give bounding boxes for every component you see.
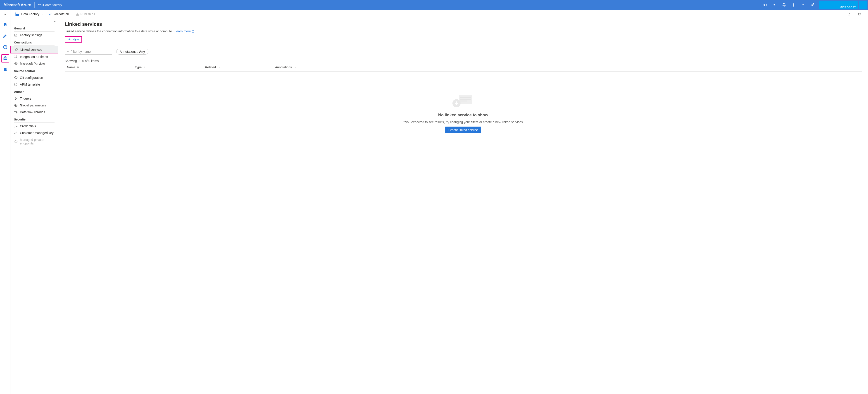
filter-by-name-input[interactable] — [65, 49, 112, 55]
section-connections: Connections — [10, 38, 58, 46]
column-annotations[interactable]: Annotations — [275, 65, 862, 69]
flow-icon — [14, 110, 18, 114]
svg-rect-27 — [459, 95, 472, 104]
svg-point-4 — [812, 4, 813, 5]
svg-point-3 — [803, 6, 803, 6]
svg-rect-30 — [460, 101, 467, 102]
result-count: Showing 0 - 0 of 0 items — [65, 59, 862, 63]
sidebar-item-cmk[interactable]: Customer managed key — [10, 130, 58, 136]
announcement-icon[interactable] — [760, 0, 770, 10]
sidebar-item-dataflow-libs[interactable]: Data flow libraries — [10, 109, 58, 115]
link-icon — [14, 48, 18, 51]
learn-graduation-icon[interactable] — [1, 66, 9, 74]
git-icon — [14, 76, 18, 80]
sidebar-item-integration-runtimes[interactable]: Integration runtimes — [10, 53, 58, 60]
column-related[interactable]: Related — [205, 65, 275, 69]
validate-all-button[interactable]: Validate all — [46, 12, 71, 16]
globe-icon — [14, 104, 18, 107]
sidebar-item-arm-template[interactable]: ARM template — [10, 81, 58, 88]
svg-rect-29 — [460, 99, 471, 100]
refresh-button[interactable] — [845, 12, 853, 16]
svg-point-16 — [17, 58, 17, 58]
person-key-icon — [14, 124, 18, 128]
svg-point-2 — [793, 4, 794, 6]
publish-all-button: Publish all — [73, 12, 97, 16]
sidebar-item-purview[interactable]: Microsoft Purview — [10, 60, 58, 67]
svg-point-23 — [15, 125, 16, 126]
svg-rect-21 — [14, 111, 16, 112]
chevron-down-icon: ⌄ — [41, 12, 44, 16]
section-security: Security — [10, 115, 58, 122]
svg-rect-10 — [16, 14, 19, 16]
scope-label: Data Factory — [21, 12, 39, 16]
svg-point-14 — [17, 56, 17, 56]
table-header: Name Type Related Annotations — [65, 65, 862, 72]
sidebar-item-git-config[interactable]: Git configuration — [10, 74, 58, 81]
collapse-panel-icon[interactable]: « — [10, 20, 58, 24]
sort-icon — [293, 66, 296, 68]
bolt-icon — [14, 97, 18, 100]
filter-icon — [67, 50, 69, 53]
plus-icon — [68, 38, 71, 41]
sidebar-item-managed-pe: Managed private endpoints — [10, 136, 58, 147]
publish-label: Publish all — [81, 12, 95, 16]
icon-rail — [0, 10, 10, 394]
main-content: Linked services Linked service defines t… — [58, 18, 868, 394]
page-title: Linked services — [65, 21, 862, 27]
sidebar-item-global-params[interactable]: Global parameters — [10, 102, 58, 109]
cloud-icon — [14, 140, 18, 143]
upload-icon — [75, 12, 79, 16]
avatar[interactable] — [859, 1, 867, 9]
sidebar-item-linked-services[interactable]: Linked services — [10, 46, 58, 53]
header-icon-group: MICROSOFT — [760, 0, 868, 10]
svg-rect-12 — [76, 15, 79, 15]
column-type[interactable]: Type — [135, 65, 205, 69]
settings-gear-icon[interactable] — [789, 0, 798, 10]
svg-point-25 — [15, 133, 16, 134]
svg-rect-11 — [16, 12, 16, 14]
manage-toolbox-icon[interactable] — [1, 54, 9, 62]
expand-rail-icon[interactable] — [0, 12, 10, 17]
factory-icon — [15, 12, 20, 16]
refresh-icon — [847, 12, 851, 16]
column-name[interactable]: Name — [65, 65, 135, 69]
chart-icon — [14, 33, 18, 37]
svg-rect-1 — [775, 5, 776, 6]
home-icon[interactable] — [1, 20, 9, 29]
eye-icon — [14, 62, 18, 65]
filter-input[interactable] — [70, 50, 110, 53]
svg-rect-0 — [773, 4, 774, 5]
checkmark-icon — [49, 12, 52, 16]
notification-bell-icon[interactable] — [779, 0, 789, 10]
sort-icon — [143, 66, 146, 68]
brand-label[interactable]: Microsoft Azure — [0, 2, 35, 8]
svg-rect-28 — [460, 97, 471, 98]
sort-icon — [77, 66, 80, 68]
key-icon — [14, 131, 18, 135]
scope-dropdown[interactable]: Data Factory ⌄ — [15, 12, 44, 16]
annotations-filter[interactable]: Annotations : Any — [116, 49, 148, 55]
new-button[interactable]: New — [65, 36, 82, 43]
delete-button[interactable] — [855, 12, 864, 16]
trash-icon — [858, 12, 861, 16]
tenant-badge[interactable]: MICROSOFT — [819, 1, 858, 9]
learn-more-link[interactable]: Learn more — [175, 29, 194, 33]
monitor-gauge-icon[interactable] — [1, 43, 9, 51]
cube-icon — [14, 83, 18, 86]
create-linked-service-button[interactable]: Create linked service — [445, 126, 481, 133]
help-icon[interactable] — [798, 0, 808, 10]
sort-icon — [217, 66, 220, 68]
pencil-author-icon[interactable] — [1, 32, 9, 40]
person-feedback-icon[interactable] — [808, 0, 817, 10]
svg-rect-5 — [813, 3, 814, 4]
page-description: Linked service defines the connection in… — [65, 29, 862, 33]
feedback-icon[interactable] — [770, 0, 779, 10]
svg-point-13 — [15, 56, 16, 56]
tenant-label: MICROSOFT — [840, 6, 856, 9]
sidebar-item-credentials[interactable]: Credentials — [10, 123, 58, 130]
sidebar-item-triggers[interactable]: Triggers — [10, 95, 58, 102]
svg-point-17 — [16, 63, 16, 64]
empty-title: No linked service to show — [438, 113, 488, 117]
factory-name[interactable]: Your-data-factory — [35, 3, 65, 7]
sidebar-item-factory-settings[interactable]: Factory settings — [10, 32, 58, 38]
